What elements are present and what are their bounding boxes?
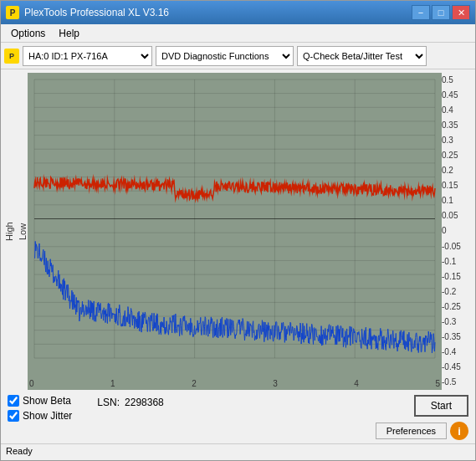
toolbar: P HA:0 ID:1 PX-716A DVD Diagnostic Funct… (1, 43, 475, 69)
title-bar: P PlexTools Professional XL V3.16 − □ ✕ (1, 1, 475, 24)
x-label-3: 3 (273, 379, 278, 388)
chart-region: High Low 0 1 2 3 4 5 0.5 0.45 0.4 0.35 0… (4, 73, 472, 390)
window-controls: − □ ✕ (412, 5, 470, 20)
show-jitter-checkbox[interactable] (8, 410, 19, 422)
status-text: Ready (6, 446, 33, 456)
minimize-button[interactable]: − (412, 5, 430, 20)
menu-bar: Options Help (1, 24, 475, 43)
x-label-5: 5 (435, 379, 440, 388)
status-bar: Ready (1, 443, 475, 460)
bottom-right-controls: Start Preferences i (376, 395, 468, 440)
show-beta-item: Show Beta (8, 395, 72, 407)
bottom-panel: Show Beta Show Jitter LSN: 2298368 Start… (1, 392, 475, 443)
drive-select[interactable]: HA:0 ID:1 PX-716A (23, 46, 152, 66)
y-axis-right: 0.5 0.45 0.4 0.35 0.3 0.25 0.2 0.15 0.1 … (442, 73, 472, 390)
x-label-0: 0 (29, 379, 34, 388)
y-left-high: High (4, 222, 14, 241)
show-jitter-item: Show Jitter (8, 410, 72, 422)
app-icon: P (6, 6, 19, 19)
lsn-label: LSN: (97, 397, 120, 408)
show-jitter-label: Show Jitter (23, 410, 72, 422)
drive-icon: P (4, 49, 19, 64)
function-select[interactable]: DVD Diagnostic Functions (156, 46, 294, 66)
menu-help[interactable]: Help (52, 26, 86, 41)
info-button[interactable]: i (450, 422, 468, 440)
maximize-button[interactable]: □ (432, 5, 450, 20)
lsn-value: 2298368 (125, 397, 164, 408)
main-window: P PlexTools Professional XL V3.16 − □ ✕ … (0, 0, 476, 461)
checkbox-group: Show Beta Show Jitter (8, 395, 72, 422)
chart-canvas-container: 0 1 2 3 4 5 (28, 73, 442, 390)
show-beta-label: Show Beta (23, 395, 71, 407)
show-beta-checkbox[interactable] (8, 395, 19, 407)
preferences-row: Preferences i (376, 422, 468, 440)
y-left-low: Low (18, 223, 28, 239)
x-axis-labels: 0 1 2 3 4 5 (28, 379, 442, 388)
y-axis-left: High Low (4, 73, 28, 390)
start-button[interactable]: Start (414, 395, 468, 417)
x-label-2: 2 (192, 379, 197, 388)
bottom-row-1: Show Beta Show Jitter LSN: 2298368 Start… (8, 395, 468, 440)
test-select[interactable]: Q-Check Beta/Jitter Test (297, 46, 427, 66)
close-button[interactable]: ✕ (452, 5, 470, 20)
chart-canvas (28, 73, 442, 390)
x-label-4: 4 (354, 379, 359, 388)
preferences-button[interactable]: Preferences (376, 423, 447, 439)
menu-options[interactable]: Options (4, 26, 52, 41)
window-title: PlexTools Professional XL V3.16 (24, 7, 412, 18)
lsn-section: LSN: 2298368 (97, 397, 163, 408)
x-label-1: 1 (110, 379, 115, 388)
